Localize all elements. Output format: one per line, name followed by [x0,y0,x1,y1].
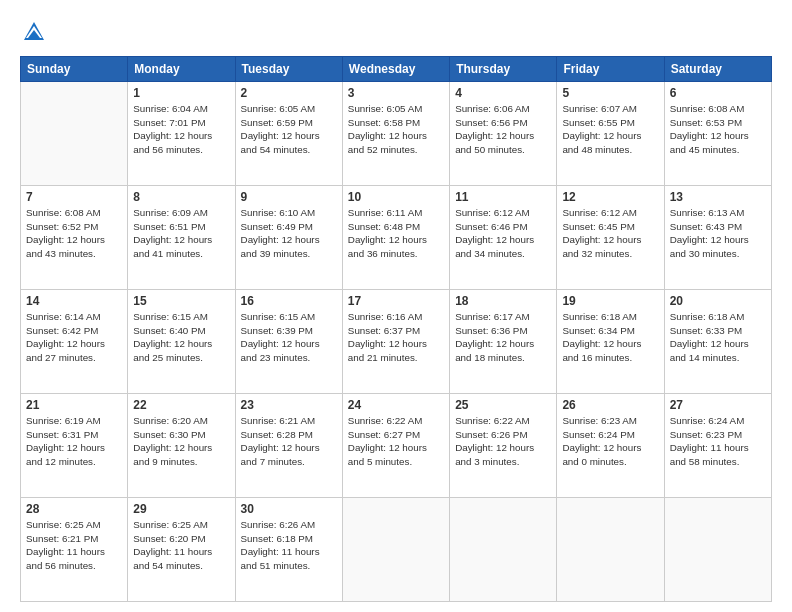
calendar-cell [21,82,128,186]
day-number: 13 [670,190,766,204]
day-info: Sunrise: 6:06 AM Sunset: 6:56 PM Dayligh… [455,102,551,157]
calendar-cell: 27Sunrise: 6:24 AM Sunset: 6:23 PM Dayli… [664,394,771,498]
day-number: 19 [562,294,658,308]
logo [20,18,52,46]
calendar-cell: 22Sunrise: 6:20 AM Sunset: 6:30 PM Dayli… [128,394,235,498]
weekday-row: SundayMondayTuesdayWednesdayThursdayFrid… [21,57,772,82]
calendar-cell [450,498,557,602]
calendar-body: 1Sunrise: 6:04 AM Sunset: 7:01 PM Daylig… [21,82,772,602]
day-number: 21 [26,398,122,412]
calendar-cell: 25Sunrise: 6:22 AM Sunset: 6:26 PM Dayli… [450,394,557,498]
calendar-cell: 18Sunrise: 6:17 AM Sunset: 6:36 PM Dayli… [450,290,557,394]
day-number: 27 [670,398,766,412]
day-number: 18 [455,294,551,308]
day-number: 24 [348,398,444,412]
day-info: Sunrise: 6:05 AM Sunset: 6:58 PM Dayligh… [348,102,444,157]
day-number: 15 [133,294,229,308]
day-number: 4 [455,86,551,100]
day-number: 10 [348,190,444,204]
weekday-header-tuesday: Tuesday [235,57,342,82]
calendar-cell [557,498,664,602]
day-number: 28 [26,502,122,516]
calendar-cell: 23Sunrise: 6:21 AM Sunset: 6:28 PM Dayli… [235,394,342,498]
calendar: SundayMondayTuesdayWednesdayThursdayFrid… [20,56,772,602]
day-number: 17 [348,294,444,308]
day-info: Sunrise: 6:12 AM Sunset: 6:46 PM Dayligh… [455,206,551,261]
calendar-cell: 29Sunrise: 6:25 AM Sunset: 6:20 PM Dayli… [128,498,235,602]
day-info: Sunrise: 6:15 AM Sunset: 6:39 PM Dayligh… [241,310,337,365]
day-info: Sunrise: 6:07 AM Sunset: 6:55 PM Dayligh… [562,102,658,157]
day-info: Sunrise: 6:24 AM Sunset: 6:23 PM Dayligh… [670,414,766,469]
day-number: 11 [455,190,551,204]
day-info: Sunrise: 6:04 AM Sunset: 7:01 PM Dayligh… [133,102,229,157]
weekday-header-sunday: Sunday [21,57,128,82]
calendar-week-5: 28Sunrise: 6:25 AM Sunset: 6:21 PM Dayli… [21,498,772,602]
day-info: Sunrise: 6:15 AM Sunset: 6:40 PM Dayligh… [133,310,229,365]
calendar-cell: 13Sunrise: 6:13 AM Sunset: 6:43 PM Dayli… [664,186,771,290]
day-info: Sunrise: 6:10 AM Sunset: 6:49 PM Dayligh… [241,206,337,261]
calendar-cell: 16Sunrise: 6:15 AM Sunset: 6:39 PM Dayli… [235,290,342,394]
day-number: 16 [241,294,337,308]
calendar-cell: 6Sunrise: 6:08 AM Sunset: 6:53 PM Daylig… [664,82,771,186]
day-number: 30 [241,502,337,516]
calendar-cell: 2Sunrise: 6:05 AM Sunset: 6:59 PM Daylig… [235,82,342,186]
day-info: Sunrise: 6:18 AM Sunset: 6:34 PM Dayligh… [562,310,658,365]
calendar-cell: 11Sunrise: 6:12 AM Sunset: 6:46 PM Dayli… [450,186,557,290]
day-number: 2 [241,86,337,100]
calendar-cell: 30Sunrise: 6:26 AM Sunset: 6:18 PM Dayli… [235,498,342,602]
day-number: 9 [241,190,337,204]
day-number: 3 [348,86,444,100]
calendar-cell: 17Sunrise: 6:16 AM Sunset: 6:37 PM Dayli… [342,290,449,394]
calendar-cell: 21Sunrise: 6:19 AM Sunset: 6:31 PM Dayli… [21,394,128,498]
day-info: Sunrise: 6:19 AM Sunset: 6:31 PM Dayligh… [26,414,122,469]
day-number: 12 [562,190,658,204]
day-info: Sunrise: 6:16 AM Sunset: 6:37 PM Dayligh… [348,310,444,365]
day-number: 8 [133,190,229,204]
day-info: Sunrise: 6:26 AM Sunset: 6:18 PM Dayligh… [241,518,337,573]
calendar-cell: 15Sunrise: 6:15 AM Sunset: 6:40 PM Dayli… [128,290,235,394]
day-info: Sunrise: 6:25 AM Sunset: 6:21 PM Dayligh… [26,518,122,573]
day-info: Sunrise: 6:14 AM Sunset: 6:42 PM Dayligh… [26,310,122,365]
calendar-cell: 26Sunrise: 6:23 AM Sunset: 6:24 PM Dayli… [557,394,664,498]
weekday-header-saturday: Saturday [664,57,771,82]
weekday-header-friday: Friday [557,57,664,82]
calendar-cell: 8Sunrise: 6:09 AM Sunset: 6:51 PM Daylig… [128,186,235,290]
day-info: Sunrise: 6:09 AM Sunset: 6:51 PM Dayligh… [133,206,229,261]
calendar-cell [664,498,771,602]
day-number: 20 [670,294,766,308]
day-info: Sunrise: 6:11 AM Sunset: 6:48 PM Dayligh… [348,206,444,261]
calendar-cell: 4Sunrise: 6:06 AM Sunset: 6:56 PM Daylig… [450,82,557,186]
day-number: 22 [133,398,229,412]
calendar-cell: 1Sunrise: 6:04 AM Sunset: 7:01 PM Daylig… [128,82,235,186]
calendar-cell: 24Sunrise: 6:22 AM Sunset: 6:27 PM Dayli… [342,394,449,498]
day-info: Sunrise: 6:23 AM Sunset: 6:24 PM Dayligh… [562,414,658,469]
day-number: 29 [133,502,229,516]
calendar-cell: 3Sunrise: 6:05 AM Sunset: 6:58 PM Daylig… [342,82,449,186]
day-number: 26 [562,398,658,412]
calendar-header: SundayMondayTuesdayWednesdayThursdayFrid… [21,57,772,82]
calendar-cell: 19Sunrise: 6:18 AM Sunset: 6:34 PM Dayli… [557,290,664,394]
weekday-header-monday: Monday [128,57,235,82]
day-number: 7 [26,190,122,204]
page: SundayMondayTuesdayWednesdayThursdayFrid… [0,0,792,612]
calendar-cell: 9Sunrise: 6:10 AM Sunset: 6:49 PM Daylig… [235,186,342,290]
calendar-cell: 10Sunrise: 6:11 AM Sunset: 6:48 PM Dayli… [342,186,449,290]
calendar-cell: 7Sunrise: 6:08 AM Sunset: 6:52 PM Daylig… [21,186,128,290]
day-info: Sunrise: 6:22 AM Sunset: 6:26 PM Dayligh… [455,414,551,469]
day-number: 1 [133,86,229,100]
calendar-week-4: 21Sunrise: 6:19 AM Sunset: 6:31 PM Dayli… [21,394,772,498]
calendar-cell: 20Sunrise: 6:18 AM Sunset: 6:33 PM Dayli… [664,290,771,394]
day-info: Sunrise: 6:22 AM Sunset: 6:27 PM Dayligh… [348,414,444,469]
day-info: Sunrise: 6:08 AM Sunset: 6:53 PM Dayligh… [670,102,766,157]
day-info: Sunrise: 6:21 AM Sunset: 6:28 PM Dayligh… [241,414,337,469]
day-number: 6 [670,86,766,100]
calendar-week-2: 7Sunrise: 6:08 AM Sunset: 6:52 PM Daylig… [21,186,772,290]
day-number: 25 [455,398,551,412]
weekday-header-thursday: Thursday [450,57,557,82]
calendar-week-3: 14Sunrise: 6:14 AM Sunset: 6:42 PM Dayli… [21,290,772,394]
day-info: Sunrise: 6:17 AM Sunset: 6:36 PM Dayligh… [455,310,551,365]
header [20,18,772,46]
calendar-cell: 12Sunrise: 6:12 AM Sunset: 6:45 PM Dayli… [557,186,664,290]
day-info: Sunrise: 6:13 AM Sunset: 6:43 PM Dayligh… [670,206,766,261]
weekday-header-wednesday: Wednesday [342,57,449,82]
